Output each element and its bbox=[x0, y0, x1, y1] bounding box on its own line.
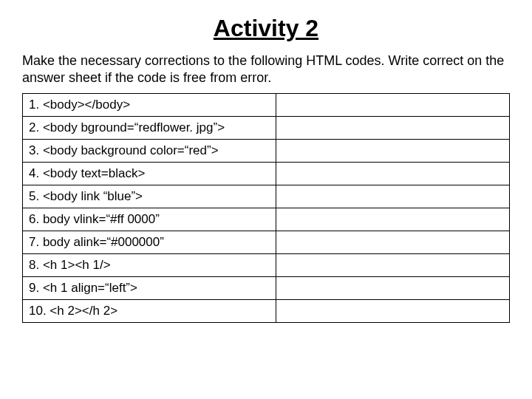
table-row: 6. body vlink=“#ff 0000” bbox=[23, 208, 510, 231]
answer-cell bbox=[276, 208, 509, 231]
answer-cell bbox=[276, 185, 509, 208]
question-cell: 10. <h 2></h 2> bbox=[23, 300, 276, 323]
answer-cell bbox=[276, 300, 509, 323]
question-cell: 7. body alink=“#000000” bbox=[23, 231, 276, 254]
answer-cell bbox=[276, 231, 509, 254]
question-cell: 3. <body background color=“red”> bbox=[23, 140, 276, 163]
question-cell: 2. <body bground=“redflower. jpg”> bbox=[23, 117, 276, 140]
question-cell: 4. <body text=black> bbox=[23, 163, 276, 185]
answer-cell bbox=[276, 94, 509, 117]
activity-table: 1. <body></body>2. <body bground=“redflo… bbox=[22, 93, 510, 323]
table-row: 8. <h 1><h 1/> bbox=[23, 254, 510, 277]
answer-cell bbox=[276, 140, 509, 163]
answer-cell bbox=[276, 163, 509, 185]
table-row: 5. <body link “blue”> bbox=[23, 185, 510, 208]
question-cell: 8. <h 1><h 1/> bbox=[23, 254, 276, 277]
table-row: 10. <h 2></h 2> bbox=[23, 300, 510, 323]
answer-cell bbox=[276, 277, 509, 300]
question-cell: 9. <h 1 align=“left”> bbox=[23, 277, 276, 300]
question-cell: 5. <body link “blue”> bbox=[23, 185, 276, 208]
answer-cell bbox=[276, 117, 509, 140]
answer-cell bbox=[276, 254, 509, 277]
instructions-text: Make the necessary corrections to the fo… bbox=[22, 52, 510, 86]
table-row: 4. <body text=black> bbox=[23, 163, 510, 185]
table-row: 9. <h 1 align=“left”> bbox=[23, 277, 510, 300]
page-title: Activity 2 bbox=[22, 15, 510, 42]
table-row: 7. body alink=“#000000” bbox=[23, 231, 510, 254]
table-row: 3. <body background color=“red”> bbox=[23, 140, 510, 163]
question-cell: 1. <body></body> bbox=[23, 94, 276, 117]
table-row: 1. <body></body> bbox=[23, 94, 510, 117]
table-row: 2. <body bground=“redflower. jpg”> bbox=[23, 117, 510, 140]
question-cell: 6. body vlink=“#ff 0000” bbox=[23, 208, 276, 231]
